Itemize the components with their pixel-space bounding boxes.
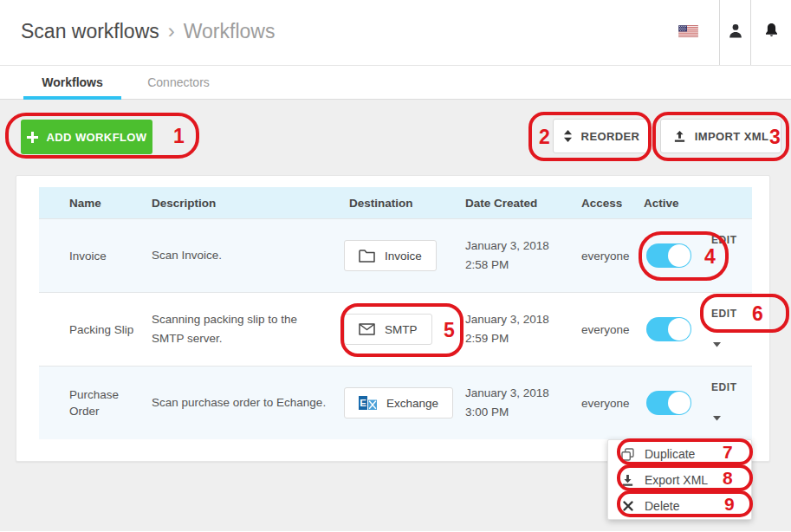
sort-arrows-icon bbox=[563, 130, 573, 142]
date-created: January 3, 2018 bbox=[465, 310, 549, 329]
toggle-knob bbox=[668, 392, 691, 414]
menu-item-label: Export XML bbox=[645, 473, 708, 487]
column-header-destination: Destination bbox=[344, 197, 465, 210]
reorder-label: REORDER bbox=[581, 130, 640, 143]
workflow-description: Scanning packing slip to the SMTP server… bbox=[152, 293, 344, 366]
delete-icon bbox=[620, 501, 635, 511]
download-icon bbox=[620, 474, 635, 487]
date-created-cell: January 3, 2018 2:59 PM bbox=[465, 293, 581, 366]
menu-item-export-xml[interactable]: Export XML bbox=[608, 467, 751, 493]
top-bar: Scan workflows › Workflows bbox=[0, 0, 791, 66]
upload-icon bbox=[673, 130, 686, 143]
edit-button[interactable]: EDIT bbox=[711, 381, 737, 393]
reorder-button[interactable]: REORDER bbox=[553, 119, 650, 153]
table-row: Purchase Order Scan purchase order to Ec… bbox=[39, 366, 752, 439]
workflow-name: Purchase Order bbox=[39, 367, 152, 439]
add-workflow-button[interactable]: ADD WORKFLOW bbox=[21, 120, 152, 154]
duplicate-icon bbox=[620, 448, 635, 461]
menu-item-duplicate[interactable]: Duplicate bbox=[608, 441, 751, 467]
workflows-card: Name Description Destination Date Create… bbox=[16, 175, 770, 462]
edit-button[interactable]: EDIT bbox=[711, 308, 737, 320]
toggle-knob bbox=[668, 244, 691, 267]
column-header-active: Active bbox=[644, 197, 706, 210]
destination-label: SMTP bbox=[385, 323, 418, 336]
time-created: 2:58 PM bbox=[465, 256, 509, 275]
bell-icon bbox=[764, 23, 779, 42]
envelope-icon bbox=[359, 323, 375, 335]
user-account-button[interactable] bbox=[720, 0, 750, 65]
column-header-description: Description bbox=[152, 197, 344, 210]
active-toggle[interactable] bbox=[646, 243, 691, 268]
workflows-table: Name Description Destination Date Create… bbox=[39, 187, 752, 439]
menu-item-label: Delete bbox=[645, 499, 679, 513]
active-toggle[interactable] bbox=[646, 391, 691, 415]
toggle-knob bbox=[668, 318, 691, 341]
workflow-name: Packing Slip bbox=[39, 293, 152, 366]
destination-button[interactable]: E Exchange bbox=[344, 387, 453, 418]
row-actions-menu: Duplicate Export XML Delete bbox=[607, 439, 752, 520]
import-xml-button[interactable]: IMPORT XML bbox=[660, 119, 781, 153]
column-header-access: Access bbox=[581, 197, 644, 210]
tab-bar: Workflows Connectors bbox=[0, 66, 791, 100]
date-created-cell: January 3, 2018 2:58 PM bbox=[465, 219, 581, 292]
breadcrumb-page: Workflows bbox=[184, 20, 276, 43]
svg-text:E: E bbox=[360, 398, 366, 408]
active-toggle[interactable] bbox=[646, 317, 691, 341]
destination-button[interactable]: SMTP bbox=[344, 314, 432, 345]
menu-item-label: Duplicate bbox=[645, 447, 695, 461]
table-row: Packing Slip Scanning packing slip to th… bbox=[39, 292, 752, 366]
us-flag-icon bbox=[678, 25, 698, 41]
breadcrumb: Scan workflows › Workflows bbox=[21, 20, 275, 43]
tab-connectors-label: Connectors bbox=[147, 75, 210, 89]
column-header-name: Name bbox=[39, 197, 152, 210]
date-created-cell: January 3, 2018 3:00 PM bbox=[465, 367, 581, 439]
workflow-description: Scan purchase order to Echange. bbox=[152, 367, 344, 439]
time-created: 3:00 PM bbox=[465, 403, 509, 422]
topbar-actions bbox=[657, 0, 791, 65]
date-created: January 3, 2018 bbox=[465, 237, 549, 256]
folder-icon bbox=[359, 250, 375, 263]
breadcrumb-section[interactable]: Scan workflows bbox=[21, 20, 159, 43]
time-created: 2:59 PM bbox=[465, 329, 509, 348]
breadcrumb-separator: › bbox=[168, 19, 175, 43]
tab-connectors[interactable]: Connectors bbox=[137, 66, 220, 99]
exchange-icon: E bbox=[359, 396, 377, 410]
chevron-down-icon[interactable] bbox=[713, 342, 721, 347]
plus-icon bbox=[27, 132, 38, 143]
destination-label: Invoice bbox=[385, 250, 422, 263]
edit-button[interactable]: EDIT bbox=[711, 234, 737, 246]
access-value: everyone bbox=[581, 219, 644, 292]
column-header-date-created: Date Created bbox=[465, 197, 581, 210]
import-xml-label: IMPORT XML bbox=[695, 130, 769, 143]
access-value: everyone bbox=[581, 367, 644, 439]
table-row: Invoice Scan Invoice. Invoice January 3,… bbox=[39, 218, 752, 292]
menu-item-delete[interactable]: Delete bbox=[608, 493, 751, 519]
destination-button[interactable]: Invoice bbox=[344, 240, 437, 271]
chevron-down-icon[interactable] bbox=[713, 416, 721, 421]
language-flag-button[interactable] bbox=[657, 0, 719, 65]
tab-workflows[interactable]: Workflows bbox=[23, 66, 121, 99]
tab-workflows-label: Workflows bbox=[42, 75, 103, 89]
table-header-row: Name Description Destination Date Create… bbox=[39, 187, 752, 218]
notifications-button[interactable] bbox=[751, 0, 791, 65]
destination-label: Exchange bbox=[386, 397, 438, 410]
workflow-name: Invoice bbox=[39, 219, 152, 292]
user-icon bbox=[729, 23, 742, 42]
add-workflow-label: ADD WORKFLOW bbox=[47, 131, 147, 144]
access-value: everyone bbox=[581, 293, 644, 366]
workflow-description: Scan Invoice. bbox=[152, 219, 344, 292]
date-created: January 3, 2018 bbox=[465, 384, 549, 403]
